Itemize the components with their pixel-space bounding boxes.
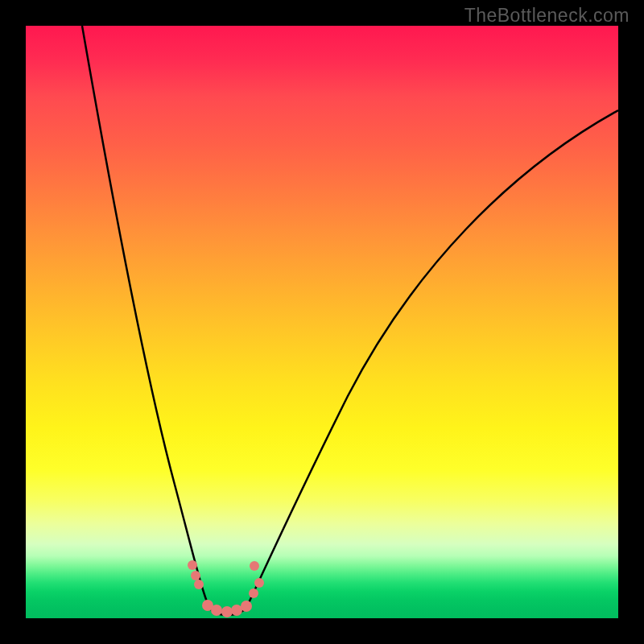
right-ascending-curve	[246, 110, 618, 608]
curve-svg	[26, 26, 618, 618]
chart-container: TheBottleneck.com	[0, 0, 644, 644]
valley-bottom	[209, 608, 246, 615]
watermark-label: TheBottleneck.com	[464, 5, 630, 27]
plot-area	[26, 26, 618, 618]
left-ascending-curve	[82, 26, 209, 608]
